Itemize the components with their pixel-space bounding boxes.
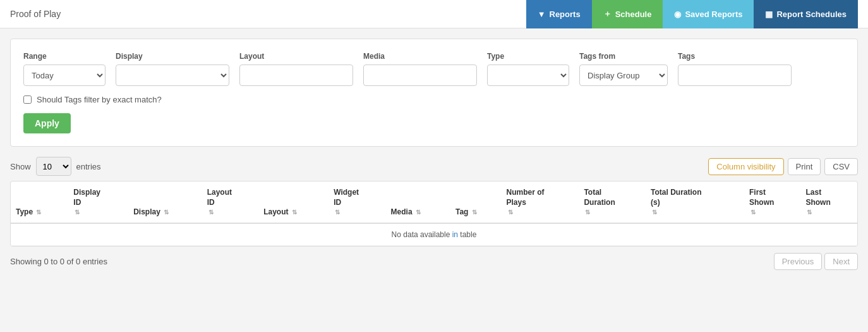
sort-icon-media[interactable]: ⇅ [416, 209, 421, 216]
sort-icon-last-shown[interactable]: ⇅ [807, 209, 812, 216]
display-select[interactable] [116, 65, 229, 86]
range-select[interactable]: Today [23, 65, 105, 86]
sort-icon-total-duration[interactable]: ⇅ [585, 209, 590, 216]
report-schedules-icon: ▦ [765, 9, 773, 19]
table-controls: Show 10 25 50 100 entries Column visibil… [10, 157, 858, 176]
saved-reports-icon: ◉ [674, 9, 681, 19]
layout-label: Layout [239, 52, 353, 61]
display-label: Display [116, 52, 229, 61]
next-button[interactable]: Next [824, 253, 858, 270]
filter-group-layout: Layout [239, 52, 353, 86]
sort-icon-first-shown[interactable]: ⇅ [750, 209, 756, 216]
th-layout: Layout ⇅ [258, 181, 329, 223]
type-select[interactable] [487, 65, 569, 86]
page-title: Proof of Play [10, 9, 61, 19]
showing-text: Showing 0 to 0 of 0 entries [10, 257, 107, 266]
sort-icon-tag[interactable]: ⇅ [472, 209, 477, 216]
filter-panel: Range Today Display Layout Media Type [10, 39, 858, 147]
show-label: Show [10, 162, 31, 171]
exact-match-checkbox[interactable] [23, 95, 32, 104]
th-number-of-plays: Number of Plays ⇅ [502, 181, 579, 223]
saved-reports-button[interactable]: ◉ Saved Reports [663, 0, 754, 28]
reports-dropdown-icon: ▼ [538, 9, 546, 19]
filter-group-media: Media [363, 52, 477, 86]
filter-group-range: Range Today [23, 52, 105, 86]
data-table-container: Type ⇅ Display ID ⇅ Display ⇅ Layout [10, 181, 858, 247]
filter-group-display: Display [116, 52, 229, 86]
print-button[interactable]: Print [788, 158, 821, 175]
th-display-id: Display ID ⇅ [68, 181, 128, 223]
no-data-row: No data available in table [11, 223, 857, 246]
media-label: Media [363, 52, 477, 61]
header-buttons: ▼ Reports ＋ Schedule ◉ Saved Reports ▦ R… [526, 0, 858, 28]
sort-icon-layout[interactable]: ⇅ [292, 209, 297, 216]
pagination: Previous Next [774, 253, 858, 270]
th-layout-id: Layout ID ⇅ [202, 181, 258, 223]
th-type: Type ⇅ [11, 181, 68, 223]
filter-group-tags: Tags [678, 52, 792, 86]
sort-icon-layout-id[interactable]: ⇅ [208, 209, 214, 216]
table-footer: Showing 0 to 0 of 0 entries Previous Nex… [10, 253, 858, 270]
column-visibility-button[interactable]: Column visibility [708, 158, 783, 175]
exact-match-label: Should Tags filter by exact match? [37, 95, 162, 104]
no-data-highlight: in [452, 230, 458, 239]
schedule-button[interactable]: ＋ Schedule [592, 0, 663, 28]
entries-label: entries [76, 162, 101, 171]
table-action-buttons: Column visibility Print CSV [708, 158, 858, 175]
sort-icon-number-of-plays[interactable]: ⇅ [508, 209, 513, 216]
media-input[interactable] [363, 65, 477, 86]
th-tag: Tag ⇅ [450, 181, 502, 223]
sort-icon-display-id[interactable]: ⇅ [75, 209, 80, 216]
sort-icon-total-duration-s[interactable]: ⇅ [652, 209, 657, 216]
th-widget-id: Widget ID ⇅ [329, 181, 385, 223]
layout-input[interactable] [239, 65, 353, 86]
no-data-cell: No data available in table [11, 223, 857, 246]
th-total-duration-s: Total Duration (s) ⇅ [646, 181, 744, 223]
th-total-duration: Total Duration ⇅ [579, 181, 646, 223]
reports-button[interactable]: ▼ Reports [526, 0, 592, 28]
tags-input[interactable] [678, 65, 792, 86]
csv-button[interactable]: CSV [824, 158, 858, 175]
th-last-shown: Last Shown ⇅ [800, 181, 857, 223]
sort-icon-type[interactable]: ⇅ [36, 209, 41, 216]
sort-icon-widget-id[interactable]: ⇅ [335, 209, 340, 216]
type-label: Type [487, 52, 569, 61]
filter-row: Range Today Display Layout Media Type [23, 52, 845, 86]
show-entries-control: Show 10 25 50 100 entries [10, 157, 101, 176]
apply-button[interactable]: Apply [23, 113, 71, 133]
th-media: Media ⇅ [386, 181, 450, 223]
report-schedules-button[interactable]: ▦ Report Schedules [754, 0, 858, 28]
sort-icon-display[interactable]: ⇅ [164, 209, 169, 216]
th-first-shown: First Shown ⇅ [744, 181, 800, 223]
schedule-icon: ＋ [603, 8, 612, 20]
tags-label: Tags [678, 52, 792, 61]
tags-from-select[interactable]: Display Group [579, 65, 668, 86]
header: Proof of Play ▼ Reports ＋ Schedule ◉ Sav… [0, 0, 868, 28]
checkbox-row: Should Tags filter by exact match? [23, 95, 845, 104]
data-table: Type ⇅ Display ID ⇅ Display ⇅ Layout [11, 181, 857, 246]
tags-from-label: Tags from [579, 52, 668, 61]
table-header-row: Type ⇅ Display ID ⇅ Display ⇅ Layout [11, 181, 857, 223]
previous-button[interactable]: Previous [774, 253, 823, 270]
entries-select[interactable]: 10 25 50 100 [36, 157, 71, 176]
range-label: Range [23, 52, 105, 61]
filter-group-type: Type [487, 52, 569, 86]
th-display: Display ⇅ [128, 181, 202, 223]
filter-group-tags-from: Tags from Display Group [579, 52, 668, 86]
